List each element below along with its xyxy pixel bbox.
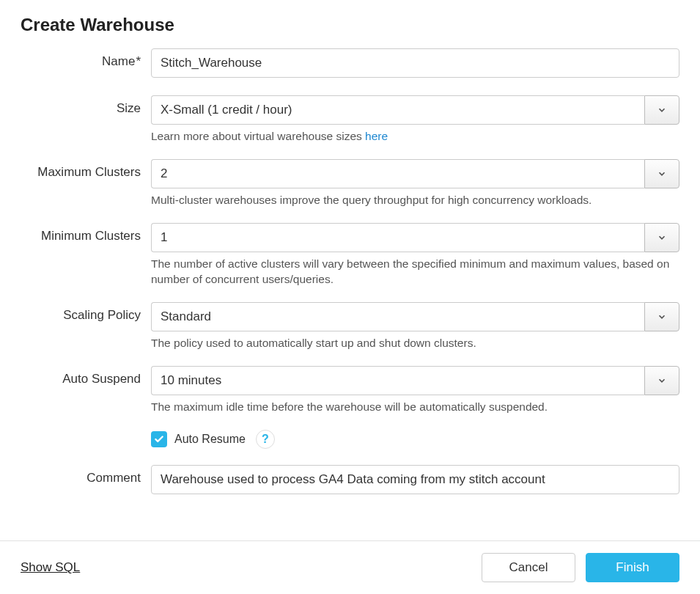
auto-suspend-trigger[interactable] xyxy=(644,366,679,395)
row-comment: Comment xyxy=(21,465,679,494)
size-select-value: X-Small (1 credit / hour) xyxy=(151,95,644,125)
dialog-footer: Show SQL Cancel Finish xyxy=(0,540,700,594)
label-scaling-policy: Scaling Policy xyxy=(21,302,151,323)
max-clusters-help: Multi-cluster warehouses improve the que… xyxy=(151,193,679,208)
chevron-down-icon xyxy=(657,375,667,386)
label-min-clusters: Minimum Clusters xyxy=(21,223,151,243)
min-clusters-help: The number of active clusters will vary … xyxy=(151,257,679,287)
auto-suspend-select[interactable]: 10 minutes xyxy=(151,366,679,395)
row-auto-suspend: Auto Suspend 10 minutes xyxy=(21,366,679,395)
scaling-policy-select[interactable]: Standard xyxy=(151,302,679,331)
comment-input[interactable] xyxy=(151,465,679,494)
row-min-clusters: Minimum Clusters 1 xyxy=(21,223,679,252)
row-name: Name* xyxy=(21,48,679,78)
min-clusters-select[interactable]: 1 xyxy=(151,223,679,252)
auto-suspend-help: The maximum idle time before the warehou… xyxy=(151,400,679,415)
required-mark: * xyxy=(136,54,141,68)
chevron-down-icon xyxy=(657,232,667,243)
create-warehouse-dialog: Create Warehouse Name* Size X-Small (1 c… xyxy=(0,0,700,494)
auto-suspend-value: 10 minutes xyxy=(151,366,644,395)
size-help: Learn more about virtual warehouse sizes… xyxy=(151,129,679,144)
row-scaling-policy: Scaling Policy Standard xyxy=(21,302,679,331)
min-clusters-trigger[interactable] xyxy=(644,223,679,252)
size-learn-more-link[interactable]: here xyxy=(365,130,388,142)
label-auto-suspend: Auto Suspend xyxy=(21,366,151,386)
size-select-trigger[interactable] xyxy=(644,95,679,125)
chevron-down-icon xyxy=(657,105,667,115)
scaling-policy-trigger[interactable] xyxy=(644,302,679,331)
label-size: Size xyxy=(21,95,151,116)
scaling-policy-help: The policy used to automatically start u… xyxy=(151,336,679,351)
row-auto-resume: Auto Resume ? xyxy=(151,430,679,449)
max-clusters-value: 2 xyxy=(151,159,644,188)
scaling-policy-value: Standard xyxy=(151,302,644,331)
max-clusters-select[interactable]: 2 xyxy=(151,159,679,188)
show-sql-link[interactable]: Show SQL xyxy=(21,560,80,575)
label-max-clusters: Maximum Clusters xyxy=(21,159,151,180)
size-select[interactable]: X-Small (1 credit / hour) xyxy=(151,95,679,125)
min-clusters-value: 1 xyxy=(151,223,644,252)
help-icon[interactable]: ? xyxy=(256,430,275,449)
button-group: Cancel Finish xyxy=(482,553,679,582)
row-size: Size X-Small (1 credit / hour) xyxy=(21,95,679,125)
checkmark-icon xyxy=(154,434,164,444)
chevron-down-icon xyxy=(657,312,667,322)
label-name: Name* xyxy=(21,48,151,69)
chevron-down-icon xyxy=(657,169,667,179)
label-comment: Comment xyxy=(21,465,151,485)
row-max-clusters: Maximum Clusters 2 xyxy=(21,159,679,188)
question-mark-icon: ? xyxy=(262,433,269,446)
dialog-title: Create Warehouse xyxy=(21,15,679,35)
cancel-button[interactable]: Cancel xyxy=(482,553,575,582)
max-clusters-trigger[interactable] xyxy=(644,159,679,188)
finish-button[interactable]: Finish xyxy=(586,553,679,582)
auto-resume-checkbox[interactable] xyxy=(151,431,167,447)
auto-resume-label: Auto Resume xyxy=(174,433,246,446)
name-input[interactable] xyxy=(151,48,679,78)
